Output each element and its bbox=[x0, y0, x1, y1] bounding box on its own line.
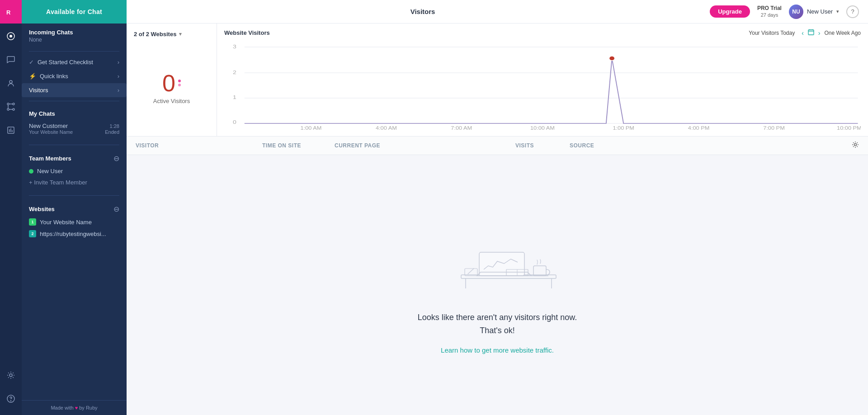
nav-icon-chat[interactable] bbox=[0, 49, 22, 71]
visitors-table: Visitor Time on Site Current Page Visits… bbox=[127, 137, 868, 155]
one-week-ago-label: One Week Ago bbox=[825, 30, 861, 36]
table-settings-icon[interactable] bbox=[852, 141, 859, 150]
websites-selector-chevron: ▾ bbox=[179, 31, 182, 37]
team-label: Team Members bbox=[29, 155, 71, 162]
top-row: 2 of 2 Websites ▾ 0 Active Visitors bbox=[127, 24, 868, 137]
svg-text:2: 2 bbox=[233, 70, 236, 75]
websites-collapse-icon[interactable]: ⊖ bbox=[113, 205, 119, 213]
nav-icon-flows[interactable] bbox=[0, 96, 22, 118]
nav-icon-help[interactable] bbox=[0, 388, 22, 410]
chat-item[interactable]: New Customer 1:28 Your Website Name Ende… bbox=[22, 120, 127, 137]
pro-trial: PRO Trial 27 days bbox=[757, 5, 782, 19]
svg-rect-19 bbox=[808, 30, 814, 35]
checklist-icon: ✓ bbox=[29, 59, 34, 66]
table-header: Visitor Time on Site Current Page Visits… bbox=[127, 137, 868, 155]
chart-nav-next[interactable]: › bbox=[817, 29, 822, 37]
nav-icon-reports[interactable] bbox=[0, 119, 22, 141]
svg-text:10:00 PM: 10:00 PM bbox=[837, 126, 861, 130]
footer-text-after: by Ruby bbox=[78, 405, 97, 410]
count-number: 0 bbox=[162, 71, 175, 95]
svg-point-7 bbox=[7, 108, 9, 110]
svg-text:4:00 AM: 4:00 AM bbox=[376, 126, 397, 130]
svg-point-16 bbox=[9, 374, 12, 377]
chart-header: Website Visitors Your Visitors Today ‹ bbox=[224, 29, 861, 37]
svg-text:0: 0 bbox=[233, 119, 236, 125]
invite-label: + Invite Team Member bbox=[29, 179, 87, 186]
svg-text:10:00 AM: 10:00 AM bbox=[530, 126, 555, 130]
help-button[interactable]: ? bbox=[846, 5, 859, 18]
sidebar: Available for Chat Incoming Chats None ✓… bbox=[22, 0, 127, 415]
chevron-icon-3: › bbox=[118, 87, 119, 94]
svg-point-31 bbox=[609, 56, 615, 61]
upgrade-button[interactable]: Upgrade bbox=[710, 5, 750, 18]
avatar: NU bbox=[789, 5, 803, 19]
chart-svg-wrap: 3 2 1 0 bbox=[224, 40, 861, 131]
svg-text:1: 1 bbox=[233, 94, 236, 100]
quicklinks-label: Quick links bbox=[40, 73, 68, 80]
page-title: Visitors bbox=[136, 8, 710, 15]
svg-point-18 bbox=[11, 401, 11, 401]
svg-point-5 bbox=[7, 103, 9, 105]
chat-time: 1:28 bbox=[110, 123, 119, 129]
visitors-content: 2 of 2 Websites ▾ 0 Active Visitors bbox=[127, 24, 868, 415]
websites-selector-header[interactable]: 2 of 2 Websites ▾ bbox=[134, 31, 209, 38]
invite-member-button[interactable]: + Invite Team Member bbox=[22, 177, 127, 188]
sidebar-footer: Made with ♥ by Ruby bbox=[22, 400, 127, 415]
visitors-label: Visitors bbox=[29, 87, 48, 94]
spinner-dot-2 bbox=[178, 84, 181, 86]
your-visitors-today-label: Your Visitors Today bbox=[749, 30, 795, 36]
pro-trial-line2: 27 days bbox=[761, 12, 778, 18]
team-member-name: New User bbox=[37, 168, 63, 174]
svg-text:1:00 AM: 1:00 AM bbox=[301, 126, 322, 130]
website-item-1[interactable]: 1 Your Website Name bbox=[22, 216, 127, 228]
col-visitor: Visitor bbox=[136, 142, 262, 149]
sidebar-status: Available for Chat bbox=[22, 0, 127, 24]
app-logo[interactable]: R bbox=[0, 0, 22, 24]
team-collapse-icon[interactable]: ⊖ bbox=[113, 154, 119, 163]
websites-section: Websites ⊖ 1 Your Website Name 2 https:/… bbox=[22, 199, 127, 243]
svg-point-6 bbox=[13, 103, 14, 105]
svg-rect-45 bbox=[533, 266, 546, 276]
chart-title: Website Visitors bbox=[224, 29, 270, 36]
incoming-chats-value: None bbox=[29, 37, 119, 43]
website-item-2[interactable]: 2 https://rubytestingwebsi... bbox=[22, 228, 127, 240]
my-chats-label: My Chats bbox=[22, 108, 127, 120]
checklist-label: Get Started Checklist bbox=[38, 59, 93, 66]
nav-icon-dashboard[interactable] bbox=[0, 25, 22, 47]
divider-2 bbox=[29, 101, 119, 101]
team-member-item[interactable]: New User bbox=[22, 165, 127, 177]
websites-selector: 2 of 2 Websites ▾ 0 Active Visitors bbox=[127, 24, 217, 136]
divider-4 bbox=[29, 195, 119, 196]
svg-text:4:00 PM: 4:00 PM bbox=[688, 126, 710, 130]
svg-point-40 bbox=[854, 144, 857, 146]
sidebar-item-checklist[interactable]: ✓ Get Started Checklist › bbox=[22, 55, 127, 69]
help-icon: ? bbox=[851, 8, 854, 15]
website-num-2: 2 bbox=[29, 230, 36, 237]
chart-nav-prev[interactable]: ‹ bbox=[800, 29, 805, 37]
learn-more-link[interactable]: Learn how to get more website traffic. bbox=[441, 346, 554, 354]
incoming-chats-title: Incoming Chats bbox=[29, 29, 119, 36]
col-time-on-site: Time on Site bbox=[262, 142, 335, 149]
nav-icon-settings[interactable] bbox=[0, 364, 22, 386]
user-name: New User bbox=[807, 8, 833, 15]
sidebar-item-quicklinks[interactable]: ⚡ Quick links › bbox=[22, 69, 127, 83]
svg-line-48 bbox=[468, 269, 474, 274]
divider-3 bbox=[29, 145, 119, 145]
incoming-chats-section: Incoming Chats None bbox=[22, 24, 127, 47]
chart-area: Website Visitors Your Visitors Today ‹ bbox=[217, 24, 868, 136]
col-visits: Visits bbox=[515, 142, 570, 149]
svg-point-4 bbox=[9, 80, 12, 83]
user-menu[interactable]: NU New User ▾ bbox=[789, 5, 839, 19]
chat-website: Your Website Name bbox=[29, 129, 73, 135]
empty-illustration bbox=[434, 216, 561, 297]
chat-status: Ended bbox=[105, 129, 119, 135]
spinner-dot-1 bbox=[178, 80, 181, 82]
footer-text-before: Made with bbox=[51, 405, 75, 410]
loading-spinner bbox=[178, 80, 181, 86]
chart-nav-calendar[interactable] bbox=[808, 29, 814, 37]
sidebar-item-visitors[interactable]: Visitors › bbox=[22, 83, 127, 97]
nav-icon-contacts[interactable] bbox=[0, 72, 22, 94]
team-section: Team Members ⊖ New User + Invite Team Me… bbox=[22, 149, 127, 192]
topbar: Visitors Upgrade PRO Trial 27 days NU Ne… bbox=[127, 0, 868, 24]
active-visitors-count: 0 bbox=[162, 71, 181, 95]
